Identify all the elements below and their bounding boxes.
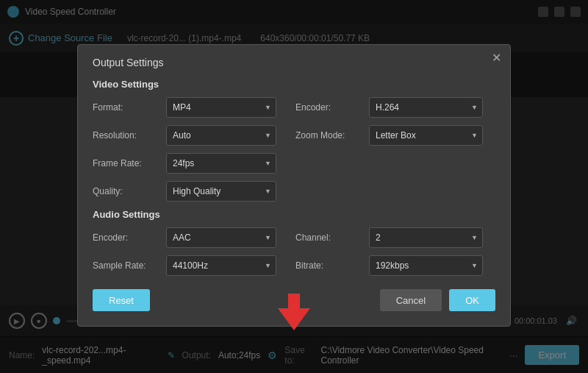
dialog-title: Output Settings [93, 57, 495, 68]
audio-encoder-select-wrapper[interactable]: AAC [166, 227, 276, 248]
bitrate-label: Bitrate: [295, 260, 362, 271]
resolution-row: Resolution: Auto Zoom Mode: Letter Box [93, 125, 495, 146]
quality-row: Quality: High Quality [93, 181, 495, 202]
audio-encoder-row: Encoder: AAC Channel: 2 [93, 227, 495, 248]
cancel-button[interactable]: Cancel [380, 289, 442, 311]
samplerate-row: Sample Rate: 44100Hz Bitrate: 192kbps [93, 255, 495, 276]
encoder-select[interactable]: H.264 [369, 97, 483, 118]
framerate-select[interactable]: 24fps [166, 153, 276, 174]
arrow-stem [288, 294, 300, 308]
zoom-mode-select-wrapper[interactable]: Letter Box [369, 125, 483, 146]
resolution-label: Resolution: [93, 130, 159, 141]
zoom-mode-label: Zoom Mode: [295, 130, 362, 141]
video-settings-section: Video Settings [93, 79, 495, 90]
framerate-select-wrapper[interactable]: 24fps [166, 153, 276, 174]
resolution-select[interactable]: Auto [166, 125, 276, 146]
quality-select-wrapper[interactable]: High Quality [166, 181, 276, 202]
quality-select[interactable]: High Quality [166, 181, 276, 202]
audio-encoder-label: Encoder: [93, 232, 159, 243]
samplerate-label: Sample Rate: [93, 260, 159, 271]
zoom-mode-select[interactable]: Letter Box [369, 125, 483, 146]
framerate-label: Frame Rate: [93, 158, 159, 168]
dialog-close-button[interactable]: ✕ [492, 52, 501, 64]
ok-button[interactable]: OK [449, 289, 495, 311]
framerate-row: Frame Rate: 24fps [93, 153, 495, 174]
quality-label: Quality: [93, 186, 159, 196]
audio-encoder-select[interactable]: AAC [166, 227, 276, 248]
format-select-wrapper[interactable]: MP4 [166, 97, 276, 118]
encoder-select-wrapper[interactable]: H.264 [369, 97, 483, 118]
format-row: Format: MP4 Encoder: H.264 [93, 97, 495, 118]
channel-select[interactable]: 2 [369, 227, 483, 248]
arrow-indicator [278, 295, 310, 330]
audio-settings-section: Audio Settings [93, 209, 495, 220]
arrow-down [278, 308, 310, 330]
samplerate-select[interactable]: 44100Hz [166, 255, 276, 276]
channel-select-wrapper[interactable]: 2 [369, 227, 483, 248]
samplerate-select-wrapper[interactable]: 44100Hz [166, 255, 276, 276]
output-settings-dialog: Output Settings ✕ Video Settings Format:… [77, 44, 511, 327]
format-select[interactable]: MP4 [166, 97, 276, 118]
reset-button[interactable]: Reset [93, 289, 150, 311]
resolution-select-wrapper[interactable]: Auto [166, 125, 276, 146]
bitrate-select[interactable]: 192kbps [369, 255, 483, 276]
format-label: Format: [93, 102, 159, 113]
channel-label: Channel: [295, 232, 362, 243]
bitrate-select-wrapper[interactable]: 192kbps [369, 255, 483, 276]
encoder-label: Encoder: [295, 102, 362, 113]
